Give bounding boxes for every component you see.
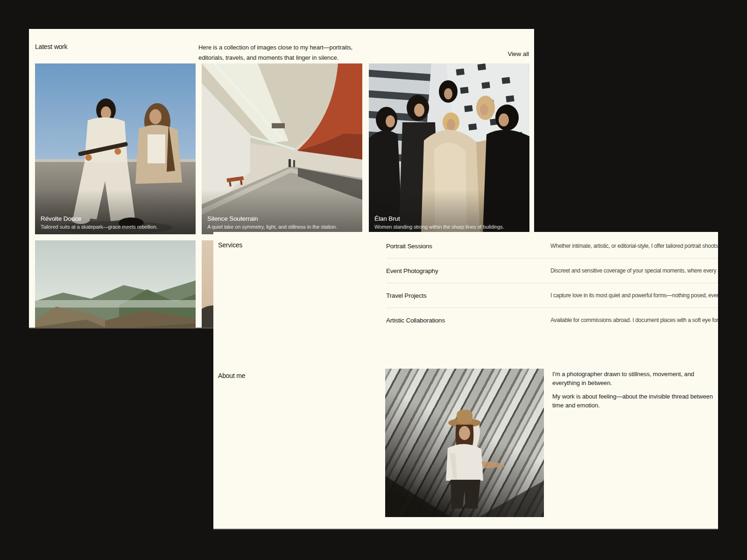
service-description: I capture love in its most quiet and pow… — [550, 292, 718, 299]
intro-text: Here is a collection of images close to … — [198, 42, 352, 63]
card-caption: Élan Brut Women standing strong within t… — [374, 215, 524, 230]
latest-work-heading: Latest work — [35, 43, 67, 50]
intro-line-1: Here is a collection of images close to … — [198, 42, 352, 53]
service-title: Artistic Collaborations — [386, 317, 550, 324]
about-paragraph-2-line-1: My work is about feeling—about the invis… — [552, 392, 706, 401]
services-list: Portrait Sessions Whether intimate, arti… — [386, 234, 718, 332]
service-description: Whether intimate, artistic, or editorial… — [550, 243, 718, 249]
about-heading: About me — [218, 372, 245, 379]
services-heading: Services — [218, 241, 242, 249]
work-card-elan-brut[interactable]: Élan Brut Women standing strong within t… — [369, 63, 529, 234]
about-paragraph-2-line-2: time and emotion. — [552, 401, 706, 410]
view-all-link[interactable]: View all — [508, 50, 529, 57]
service-row-travel-projects[interactable]: Travel Projects I capture love in its mo… — [386, 283, 718, 308]
card-title: Révolte Douce — [41, 215, 190, 222]
about-portrait-photo — [385, 369, 544, 517]
card-caption: Silence Souterrain A quiet take on symme… — [207, 215, 357, 230]
service-row-portrait-sessions[interactable]: Portrait Sessions Whether intimate, arti… — [386, 234, 718, 259]
services-about-panel: Services Portrait Sessions Whether intim… — [213, 232, 718, 529]
card-subtitle: A quiet take on symmetry, light, and sti… — [207, 224, 357, 230]
paragraph-gap — [552, 387, 706, 392]
service-description: Available for commissions abroad. I docu… — [550, 317, 718, 323]
about-paragraph-1-line-2: everything in between. — [552, 378, 706, 387]
about-paragraph-1-line-1: I'm a photographer drawn to stillness, m… — [552, 370, 706, 378]
woman-with-hat-figure — [385, 369, 544, 517]
card-subtitle: Women standing strong within the sharp l… — [374, 224, 524, 230]
service-title: Portrait Sessions — [386, 243, 550, 250]
work-card-landscape[interactable] — [35, 240, 196, 328]
card-caption: Révolte Douce Tailored suits at a skatep… — [41, 215, 190, 230]
card-subtitle: Tailored suits at a skatepark—grace meet… — [41, 224, 190, 230]
service-row-artistic-collaborations[interactable]: Artistic Collaborations Available for co… — [386, 308, 718, 332]
card-title: Silence Souterrain — [207, 215, 357, 222]
about-text: I'm a photographer drawn to stillness, m… — [552, 370, 706, 410]
work-card-revolte-douce[interactable]: Révolte Douce Tailored suits at a skatep… — [35, 63, 196, 234]
service-row-event-photography[interactable]: Event Photography Discreet and sensitive… — [386, 259, 718, 283]
service-title: Travel Projects — [386, 292, 550, 299]
card-title: Élan Brut — [374, 215, 524, 222]
intro-line-2: editorials, travels, and moments that li… — [198, 53, 352, 63]
service-description: Discreet and sensitive coverage of your … — [550, 267, 718, 274]
mountain-lake-photo — [35, 240, 196, 328]
work-card-silence-souterrain[interactable]: Silence Souterrain A quiet take on symme… — [202, 63, 362, 234]
service-title: Event Photography — [386, 267, 550, 274]
